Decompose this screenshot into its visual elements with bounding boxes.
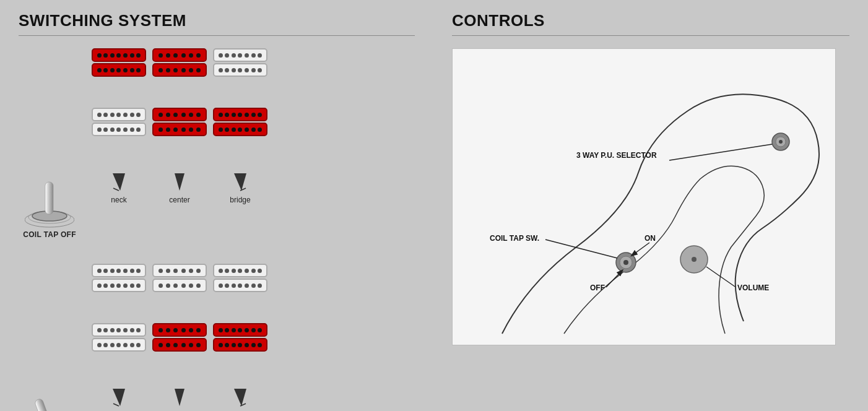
svg-text:OFF: OFF: [590, 283, 605, 292]
svg-line-14: [113, 404, 119, 406]
bridge-switch-off: bridge: [213, 172, 267, 204]
neck-switch-on: neck: [92, 387, 146, 411]
svg-rect-18: [453, 49, 836, 345]
coil-on-toggle-row: COIL TAP ON neck: [19, 385, 415, 411]
pickup-neck-off-top: [92, 48, 146, 62]
center-switch-on: center: [152, 387, 207, 411]
pickup-neck-off: [92, 48, 146, 77]
coil-on-switch-icons: neck center: [92, 385, 267, 411]
svg-marker-6: [175, 173, 184, 191]
bridge-label-off: bridge: [230, 196, 250, 204]
coil-tap-off-section: COIL TAP OFF neck: [19, 48, 415, 239]
right-panel: CONTROLS 3 WAY P.: [433, 0, 868, 411]
center-switch-off: center: [152, 172, 207, 204]
switching-content: COIL TAP OFF neck: [19, 48, 415, 411]
coil-off-top-pickups: [92, 48, 267, 77]
neck-label-off: neck: [111, 196, 126, 204]
toggle-off-graphic: [25, 176, 74, 225]
pickup-center-off: [152, 48, 207, 77]
svg-text:ON: ON: [644, 234, 656, 243]
toggle-on-graphic: [25, 391, 74, 411]
neck-switch-off: neck: [92, 172, 146, 204]
center-label-off: center: [169, 196, 189, 204]
left-panel: SWITCHING SYSTEM: [0, 0, 433, 411]
controls-title: CONTROLS: [452, 11, 849, 30]
svg-marker-13: [113, 389, 125, 406]
svg-text:3 WAY P.U. SELECTOR: 3 WAY P.U. SELECTOR: [576, 151, 657, 160]
svg-marker-16: [234, 389, 246, 406]
switching-divider: [19, 35, 415, 36]
svg-text:VOLUME: VOLUME: [737, 283, 769, 292]
svg-marker-15: [175, 389, 184, 406]
pickup-center-off2: [152, 108, 207, 136]
coil-off-bottom-pickups: [92, 108, 267, 136]
coil-off-switch-icons: neck center: [92, 170, 267, 204]
svg-rect-3: [45, 182, 53, 214]
pickup-bridge-off-top: [213, 48, 267, 62]
svg-rect-12: [34, 398, 53, 411]
switching-title: SWITCHING SYSTEM: [19, 11, 415, 30]
pickup-neck-off-bot: [92, 63, 146, 77]
controls-diagram: 3 WAY P.U. SELECTOR COIL TAP SW. ON OFF: [452, 48, 836, 345]
pickup-neck-on: [92, 264, 146, 292]
svg-marker-4: [113, 173, 125, 191]
pickup-center-off-top: [152, 48, 207, 62]
pickup-bridge-off2: [213, 108, 267, 136]
svg-point-21: [779, 140, 783, 144]
coil-on-bottom-pickups: [92, 323, 267, 352]
svg-marker-7: [234, 173, 246, 191]
controls-divider: [452, 35, 849, 36]
pickup-bridge-on: [213, 264, 267, 292]
coil-off-toggle-row: COIL TAP OFF neck: [19, 170, 415, 239]
pickup-center-on: [152, 264, 207, 292]
coil-on-top-pickups: [92, 264, 267, 292]
toggle-off-col: COIL TAP OFF: [19, 176, 80, 239]
svg-text:COIL TAP SW.: COIL TAP SW.: [490, 234, 539, 243]
bridge-switch-on: bridge: [213, 387, 267, 411]
main-container: SWITCHING SYSTEM: [0, 0, 868, 411]
svg-point-27: [623, 260, 628, 265]
coil-off-label: COIL TAP OFF: [23, 230, 76, 239]
svg-point-34: [692, 257, 697, 262]
coil-tap-on-section: COIL TAP ON neck: [19, 264, 415, 411]
pickup-center-off-bot: [152, 63, 207, 77]
toggle-on-col: COIL TAP ON: [19, 391, 80, 411]
pickup-bridge-off-bot: [213, 63, 267, 77]
pickup-bridge-off: [213, 48, 267, 77]
pickup-neck-off2: [92, 108, 146, 136]
svg-line-5: [113, 188, 119, 191]
